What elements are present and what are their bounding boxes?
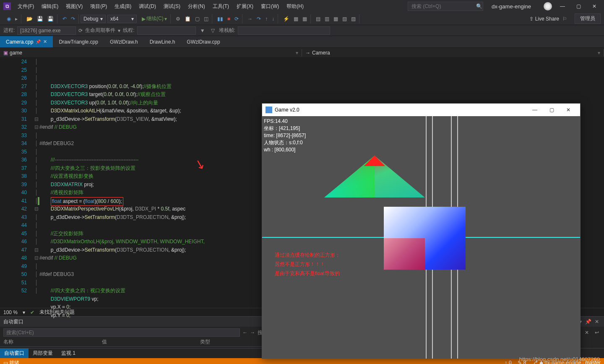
publish-status[interactable]: ↑ 0 — [505, 360, 512, 364]
minimize-button[interactable]: — — [556, 2, 569, 11]
search-icon[interactable]: 🔍 — [476, 3, 482, 9]
platform-select[interactable]: x64▾ — [107, 15, 137, 23]
debug-toolbar: 进程: [18276] game.exe ⟳ 生命周期事件▾ 线程: ▼ ▽ 堆… — [0, 25, 604, 36]
close-icon[interactable]: ✕ — [43, 39, 47, 44]
menu-item[interactable]: 调试(D) — [135, 1, 159, 12]
thread-label: 线程: — [123, 27, 134, 34]
editor-tab[interactable]: DrawTriangle.cpp — [53, 36, 104, 47]
nav-back-icon[interactable]: ◉ — [5, 15, 13, 23]
stack-select[interactable] — [238, 26, 330, 35]
step-over-icon[interactable]: ↷ — [255, 15, 263, 23]
member-select[interactable]: →Camera▾ — [302, 49, 604, 57]
global-search[interactable]: 🔍 — [408, 2, 483, 11]
continue-button[interactable]: ▶ 继续(C) ▾ — [140, 14, 169, 23]
rendered-triangle — [324, 156, 425, 202]
main-menu: 文件(F)编辑(E)视图(V)项目(P)生成(B)调试(D)测试(S)分析(N)… — [14, 1, 408, 12]
process-select[interactable]: [18276] game.exe — [17, 26, 76, 35]
tool-icon[interactable]: ▧ — [341, 15, 349, 23]
search-input[interactable] — [411, 3, 474, 9]
lifecycle-icon[interactable]: ⟳ — [78, 28, 83, 34]
search-nav-icon[interactable]: ← — [242, 330, 247, 335]
stack-label: 堆栈帧: — [219, 27, 235, 34]
menu-item[interactable]: 扩展(X) — [233, 1, 257, 12]
fold-column[interactable]: │││││││⊟⊟│││││││││⊟││││⊟⊟││││ — [34, 58, 39, 308]
editor-tab[interactable]: GWzlDraw.cpp — [181, 36, 226, 47]
close-icon[interactable]: ✕ — [593, 319, 601, 325]
tool-icon[interactable]: ▦ — [301, 15, 309, 23]
menu-item[interactable]: 分析(N) — [185, 1, 208, 12]
game-maximize-button[interactable]: ▢ — [543, 107, 560, 113]
editor-tabs: Camera.cpp📌✕DrawTriangle.cppGWzlDraw.hDr… — [0, 36, 604, 48]
tool-icon[interactable]: ▥ — [323, 15, 331, 23]
menu-item[interactable]: 窗口(W) — [258, 1, 282, 12]
panel-tab[interactable]: 局部变量 — [29, 348, 57, 358]
open-icon[interactable]: 📂 — [25, 15, 34, 23]
tool-icon[interactable]: ▦ — [332, 15, 340, 23]
pause-icon[interactable]: ▮▮ — [216, 15, 225, 23]
step-into-icon[interactable]: → — [246, 15, 254, 23]
game-close-button[interactable]: ✕ — [560, 107, 577, 113]
feedback-icon[interactable]: ⚐ — [561, 15, 569, 23]
step-out-icon[interactable]: ↑ — [263, 15, 269, 23]
code-nav-bar: ▣game▾ →Camera▾ — [0, 48, 604, 58]
nav-fwd-icon[interactable]: ▸ — [13, 15, 19, 23]
tool-icon[interactable]: ▤ — [314, 15, 322, 23]
editor-tab[interactable]: DrawLine.h — [144, 36, 181, 47]
autos-search-input[interactable] — [3, 328, 240, 337]
tool-icon[interactable]: ⚡ — [281, 15, 291, 23]
ready-indicator: ▭ 就绪 — [3, 359, 19, 364]
close-button[interactable]: ✕ — [588, 2, 601, 11]
autos-columns: 名称值类型 — [0, 338, 302, 347]
config-select[interactable]: Debug▾ — [81, 15, 106, 23]
tool-icon[interactable]: ⚙ — [174, 15, 182, 23]
undo-icon[interactable]: ↶ — [61, 15, 68, 23]
filter-icon[interactable]: ▼ — [198, 27, 207, 34]
menu-item[interactable]: 测试(S) — [160, 1, 184, 12]
thread-select[interactable] — [137, 26, 196, 35]
menu-item[interactable]: 帮助(H) — [283, 1, 307, 12]
pin-icon[interactable]: 📌 — [583, 319, 593, 325]
save-all-icon[interactable]: 💾 — [46, 15, 55, 23]
restart-icon[interactable]: ⟳ — [233, 15, 240, 23]
menu-item[interactable]: 视图(V) — [62, 1, 86, 12]
redo-icon[interactable]: ↷ — [69, 15, 77, 23]
menu-item[interactable]: 编辑(E) — [38, 1, 62, 12]
watermark-text: https://blog.csdn.net/u014607260 — [519, 356, 600, 362]
vs-logo-icon: ⧉ — [3, 3, 11, 10]
panel-tab[interactable]: 监视 1 — [57, 348, 80, 358]
game-minimize-button[interactable]: — — [526, 107, 543, 113]
svg-marker-2 — [364, 156, 385, 166]
user-avatar-icon[interactable] — [544, 2, 552, 10]
zoom-level[interactable]: 100 % — [3, 309, 18, 315]
tool-icon[interactable]: 📋 — [183, 15, 193, 23]
menu-item[interactable]: 文件(F) — [14, 1, 37, 12]
tool-icon[interactable]: ▦ — [292, 15, 300, 23]
wrap-icon[interactable]: ↩ — [593, 329, 601, 336]
tool-icon[interactable]: ▨ — [349, 15, 357, 23]
editor-tab[interactable]: GWzlDraw.h — [104, 36, 144, 47]
game-viewport: FPS:14.40坐标：[421,195]time: [8672]-[8657]… — [262, 116, 580, 359]
pin-icon[interactable]: 📌 — [36, 39, 41, 44]
search-nav-icon[interactable]: → — [250, 330, 255, 335]
autos-tabs: 自动窗口局部变量监视 1 — [0, 348, 302, 358]
clear-icon[interactable]: ✕ — [583, 329, 591, 336]
column-header[interactable]: 名称 — [3, 338, 102, 346]
menu-item[interactable]: 生成(B) — [111, 1, 135, 12]
game-titlebar[interactable]: Game v2.0 — ▢ ✕ — [262, 104, 580, 116]
step-icon[interactable]: ↓ — [270, 15, 276, 23]
live-share-button[interactable]: ⇪ Live Share — [529, 16, 559, 22]
column-header[interactable]: 值 — [102, 338, 200, 346]
game-window[interactable]: Game v2.0 — ▢ ✕ FPS:14.40坐标：[421,195]tim… — [262, 103, 581, 359]
stop-icon[interactable]: ■ — [226, 15, 232, 23]
menu-item[interactable]: 项目(P) — [87, 1, 110, 12]
module-icon: ▣ — [3, 50, 8, 56]
tool-icon[interactable]: ◫ — [202, 15, 210, 23]
tool-icon[interactable]: ▢ — [193, 15, 201, 23]
scope-select[interactable]: ▣game▾ — [0, 49, 302, 57]
filter-icon[interactable]: ▽ — [209, 27, 216, 34]
editor-tab[interactable]: Camera.cpp📌✕ — [0, 36, 53, 47]
save-icon[interactable]: 💾 — [35, 15, 45, 23]
maximize-button[interactable]: ▢ — [572, 2, 585, 11]
menu-item[interactable]: 工具(T) — [209, 1, 232, 12]
panel-tab[interactable]: 自动窗口 — [0, 348, 29, 358]
